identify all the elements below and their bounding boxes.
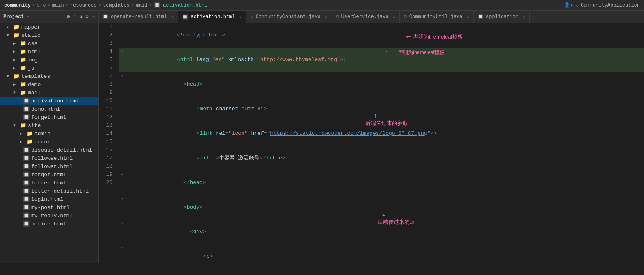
tab-label: CommunityUtil.java bbox=[409, 14, 463, 20]
settings-icon[interactable]: ⚙ bbox=[86, 14, 89, 20]
tree-item-label: mail bbox=[28, 90, 41, 96]
folder-icon: 📁 bbox=[20, 57, 26, 63]
tree-item[interactable]: ▶ 📁 demo bbox=[0, 80, 98, 89]
file-icon: 🔲 bbox=[23, 204, 30, 211]
tab-close-button[interactable]: ✕ bbox=[239, 14, 242, 20]
folder-icon: 📁 bbox=[26, 139, 33, 145]
code-line-1: <!doctype html> bbox=[119, 23, 644, 48]
tab-community-util[interactable]: © CommunityUtil.java ✕ bbox=[400, 11, 474, 23]
tree-item[interactable]: 🔲 demo.html bbox=[0, 105, 98, 113]
tree-item-label: notice.html bbox=[31, 221, 66, 227]
code-lines: <!doctype html> ▾ <html lang="en" xmlns:… bbox=[116, 23, 644, 263]
code-line-2: ▾ <html lang="en" xmlns:th="http://www.t… bbox=[119, 48, 644, 72]
tree-item-label: mapper bbox=[21, 24, 41, 30]
code-line-8: ▾ <body> bbox=[119, 195, 644, 220]
file-icon: 🔲 bbox=[23, 98, 30, 104]
tree-item-label: followee.html bbox=[31, 155, 73, 161]
tree-item[interactable]: 🔲 login.html bbox=[0, 195, 98, 203]
breadcrumb-templates: templates bbox=[103, 2, 130, 8]
tree-item[interactable]: ▶ 📁 admin bbox=[0, 130, 98, 138]
tree-item[interactable]: 🔲 letter-detail.html bbox=[0, 187, 98, 195]
tab-close-button[interactable]: ✕ bbox=[393, 14, 396, 19]
fold-gutter: ▾ bbox=[119, 195, 126, 203]
tree-item[interactable]: ▶ 📁 img bbox=[0, 56, 98, 64]
file-icon: 🔲 bbox=[23, 114, 30, 120]
tab-label: application bbox=[486, 14, 518, 20]
folder-icon: 📁 bbox=[26, 130, 33, 137]
tree-item[interactable]: ▶ 📁 js bbox=[0, 64, 98, 72]
code-line-3: ▾ <head> bbox=[119, 72, 644, 97]
tab-close-button[interactable]: ✕ bbox=[325, 14, 328, 19]
file-icon: 🔲 bbox=[23, 147, 30, 153]
sort-icon[interactable]: ⇅ bbox=[79, 14, 82, 20]
tab-community-constant[interactable]: ☕ CommunityConstant.java ✕ bbox=[246, 11, 332, 23]
fold-gutter: ▾ bbox=[119, 244, 126, 252]
tree-item[interactable]: 🔲 forget.html bbox=[0, 170, 98, 179]
code-text: <!doctype html> bbox=[126, 23, 644, 48]
tree-item[interactable]: ▼ 📁 mail bbox=[0, 89, 98, 97]
tree-item[interactable]: ▼ 📁 static bbox=[0, 31, 98, 39]
tab-application[interactable]: 🔲 application ✕ bbox=[474, 11, 530, 23]
code-text: <div> bbox=[126, 220, 644, 244]
tree-item[interactable]: 🔲 my-post.html bbox=[0, 203, 98, 211]
tab-close-button[interactable]: ✕ bbox=[523, 14, 525, 19]
tree-item-label: my-reply.html bbox=[31, 213, 73, 219]
code-text: </head> bbox=[126, 170, 644, 195]
tree-item[interactable]: ▶ 📁 html bbox=[0, 48, 98, 56]
tree-item[interactable]: 🔲 activation.html bbox=[0, 97, 98, 105]
file-icon: 🔲 bbox=[23, 171, 30, 178]
cursor-icon[interactable]: ↖ bbox=[575, 2, 578, 8]
tab-close-button[interactable]: ✕ bbox=[171, 14, 174, 19]
code-text: <head> bbox=[126, 72, 644, 97]
tree-item[interactable]: 🔲 follower.html bbox=[0, 162, 98, 170]
tree-item[interactable]: 🔲 letter.html bbox=[0, 179, 98, 187]
code-line-6: <title>牛客网-激活账号</title> bbox=[119, 146, 644, 170]
tab-operate-result[interactable]: 🔲 operate-result.html ✕ bbox=[99, 11, 178, 23]
sidebar: Project ▾ ⊕ ≡ ⇅ ⚙ — ▶ 📁 mapper ▼ 📁 sta bbox=[0, 11, 99, 263]
editor-area[interactable]: 12345 678910 1112131415 1617181920 <!doc… bbox=[99, 23, 644, 263]
file-icon: 🔲 bbox=[23, 212, 30, 219]
fold-gutter: ▾ bbox=[119, 48, 126, 56]
collapse-icon[interactable]: ≡ bbox=[73, 14, 76, 20]
project-dropdown-icon[interactable]: ▾ bbox=[26, 14, 29, 19]
tree-item-label-templates: templates bbox=[21, 73, 50, 80]
tree-item[interactable]: ▶ 📁 mapper bbox=[0, 23, 98, 31]
tab-label: operate-result.html bbox=[111, 14, 167, 20]
tab-icon: 🔲 bbox=[182, 14, 188, 20]
tab-close-button[interactable]: ✕ bbox=[466, 14, 469, 19]
folder-icon: 📁 bbox=[20, 65, 26, 71]
tree-item-label: follower.html bbox=[31, 164, 73, 170]
tree-item[interactable]: 🔲 discuss-detail.html bbox=[0, 146, 98, 154]
tree-item-label: login.html bbox=[31, 196, 63, 202]
tree-item[interactable]: ▼ 📁 templates bbox=[0, 72, 98, 80]
tree-item-label: forget.html bbox=[31, 114, 66, 120]
tree-item[interactable]: 🔲 my-reply.html bbox=[0, 211, 98, 220]
locate-icon[interactable]: ⊕ bbox=[67, 14, 70, 20]
tree-item[interactable]: 🔲 forget.html bbox=[0, 113, 98, 121]
tree-item-label: letter-detail.html bbox=[31, 188, 89, 194]
tree-item[interactable]: 🔲 notice.html bbox=[0, 220, 98, 228]
tree-item[interactable]: ▶ 📁 error bbox=[0, 138, 98, 146]
folder-icon: 📁 bbox=[20, 89, 26, 96]
tree-item[interactable]: 🔲 followee.html bbox=[0, 154, 98, 162]
user-icon[interactable]: 👤▾ bbox=[564, 2, 573, 8]
tree-item-label: discuss-detail.html bbox=[31, 147, 92, 153]
tab-activation[interactable]: 🔲 activation.html ✕ bbox=[178, 11, 246, 23]
close-sidebar-icon[interactable]: — bbox=[92, 14, 95, 20]
line-numbers: 12345 678910 1112131415 1617181920 bbox=[99, 23, 116, 263]
tab-user-service[interactable]: © UserService.java ✕ bbox=[332, 11, 400, 23]
right-icons-bar: 👤▾ ↖ CommunityApplication bbox=[564, 2, 640, 8]
folder-icon: 📁 bbox=[20, 81, 26, 88]
tree-item[interactable]: ▶ 📁 css bbox=[0, 39, 98, 48]
tab-label: UserService.java bbox=[341, 14, 388, 20]
folder-icon: 📁 bbox=[13, 32, 20, 39]
breadcrumb-src: src bbox=[37, 2, 46, 8]
tab-label: activation.html bbox=[190, 14, 235, 20]
tree-item-label: site bbox=[28, 123, 41, 129]
file-icon: 🔲 bbox=[23, 163, 30, 170]
tab-icon: 🔲 bbox=[103, 14, 108, 19]
file-icon: 🔲 bbox=[23, 196, 30, 202]
tree-item[interactable]: ▼ 📁 site bbox=[0, 121, 98, 130]
editor-wrapper: 🔲 operate-result.html ✕ 🔲 activation.htm… bbox=[99, 11, 644, 263]
tree-item-label: activation.html bbox=[31, 98, 79, 104]
